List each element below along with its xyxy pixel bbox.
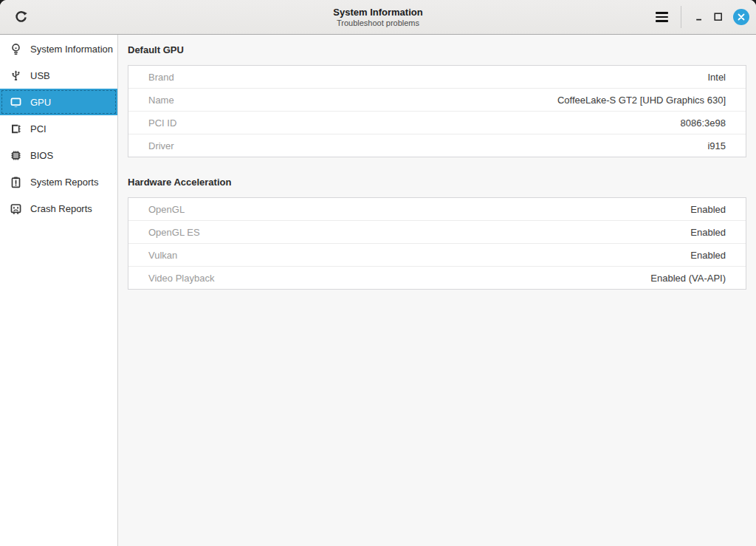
close-button[interactable] bbox=[733, 9, 749, 25]
sidebar-item-system-reports[interactable]: System Reports bbox=[0, 168, 117, 195]
row-label: PCI ID bbox=[148, 117, 176, 129]
sidebar-item-bios[interactable]: BIOS bbox=[0, 142, 117, 168]
monitor-icon bbox=[9, 95, 22, 109]
hardware-acceleration-box: OpenGL Enabled OpenGL ES Enabled Vulkan … bbox=[128, 197, 746, 290]
info-row-opengl: OpenGL Enabled bbox=[128, 198, 746, 221]
sidebar-item-label: BIOS bbox=[30, 150, 53, 161]
pci-card-icon bbox=[9, 122, 22, 135]
clipboard-alert-icon bbox=[9, 175, 22, 188]
row-value: Enabled bbox=[690, 227, 726, 238]
info-row-name: Name CoffeeLake-S GT2 [UHD Graphics 630] bbox=[128, 89, 746, 112]
row-label: Name bbox=[148, 95, 174, 106]
sidebar: System Information USB bbox=[0, 35, 118, 546]
row-value: CoffeeLake-S GT2 [UHD Graphics 630] bbox=[557, 95, 726, 106]
refresh-icon bbox=[14, 10, 28, 24]
row-label: OpenGL ES bbox=[148, 227, 200, 238]
default-gpu-box: Brand Intel Name CoffeeLake-S GT2 [UHD G… bbox=[128, 65, 746, 157]
sidebar-item-label: USB bbox=[30, 70, 50, 81]
titlebar: System Information Troubleshoot problems bbox=[0, 0, 756, 35]
sidebar-item-crash-reports[interactable]: Crash Reports bbox=[0, 195, 117, 222]
close-icon bbox=[737, 13, 746, 21]
titlebar-separator bbox=[681, 6, 681, 28]
row-value: Intel bbox=[707, 72, 726, 83]
section-title-hardware-acceleration: Hardware Acceleration bbox=[128, 177, 746, 188]
row-label: Vulkan bbox=[148, 250, 177, 261]
menu-button[interactable] bbox=[648, 5, 675, 29]
hamburger-icon-bar bbox=[656, 20, 668, 21]
sidebar-item-label: System Reports bbox=[30, 177, 98, 188]
info-row-vulkan: Vulkan Enabled bbox=[128, 244, 746, 267]
row-value: 8086:3e98 bbox=[681, 117, 726, 129]
usb-icon bbox=[9, 69, 22, 82]
row-label: Video Playback bbox=[148, 273, 214, 284]
row-label: Driver bbox=[148, 140, 174, 151]
hamburger-icon-bar bbox=[656, 16, 668, 18]
row-value: i915 bbox=[707, 140, 726, 151]
info-row-pci-id: PCI ID 8086:3e98 bbox=[128, 112, 746, 134]
crash-face-icon bbox=[9, 202, 22, 215]
main-content: Default GPU Brand Intel Name CoffeeLake-… bbox=[118, 35, 756, 546]
row-value: Enabled bbox=[690, 250, 726, 261]
sidebar-item-system-information[interactable]: System Information bbox=[0, 35, 117, 62]
sidebar-item-label: PCI bbox=[30, 123, 47, 134]
app-body: System Information USB bbox=[0, 35, 756, 546]
hamburger-icon-bar bbox=[656, 12, 668, 13]
sidebar-item-usb[interactable]: USB bbox=[0, 62, 117, 89]
refresh-button[interactable] bbox=[9, 5, 32, 29]
sidebar-item-gpu[interactable]: GPU bbox=[0, 89, 117, 115]
window-subtitle: Troubleshoot problems bbox=[337, 18, 419, 28]
titlebar-titles: System Information Troubleshoot problems bbox=[0, 0, 756, 34]
sidebar-item-label: Crash Reports bbox=[30, 203, 92, 214]
row-label: Brand bbox=[148, 72, 174, 83]
sidebar-item-label: GPU bbox=[30, 97, 51, 108]
window-title: System Information bbox=[333, 7, 422, 18]
app-window: System Information Troubleshoot problems bbox=[0, 0, 756, 546]
sidebar-item-label: System Information bbox=[30, 44, 113, 55]
info-row-brand: Brand Intel bbox=[128, 66, 746, 89]
section-title-default-gpu: Default GPU bbox=[128, 44, 746, 56]
info-row-opengl-es: OpenGL ES Enabled bbox=[128, 221, 746, 244]
sidebar-item-pci[interactable]: PCI bbox=[0, 115, 117, 142]
row-value: Enabled bbox=[690, 204, 726, 215]
lamp-icon bbox=[9, 42, 22, 55]
maximize-icon bbox=[713, 12, 724, 22]
row-value: Enabled (VA-API) bbox=[650, 273, 726, 284]
window-controls bbox=[648, 5, 749, 29]
chip-icon bbox=[9, 149, 22, 162]
row-label: OpenGL bbox=[148, 204, 185, 215]
minimize-button[interactable] bbox=[690, 7, 709, 27]
minimize-icon bbox=[694, 12, 704, 22]
info-row-driver: Driver i915 bbox=[128, 134, 746, 157]
info-row-video-playback: Video Playback Enabled (VA-API) bbox=[128, 267, 746, 289]
maximize-button[interactable] bbox=[709, 7, 728, 27]
